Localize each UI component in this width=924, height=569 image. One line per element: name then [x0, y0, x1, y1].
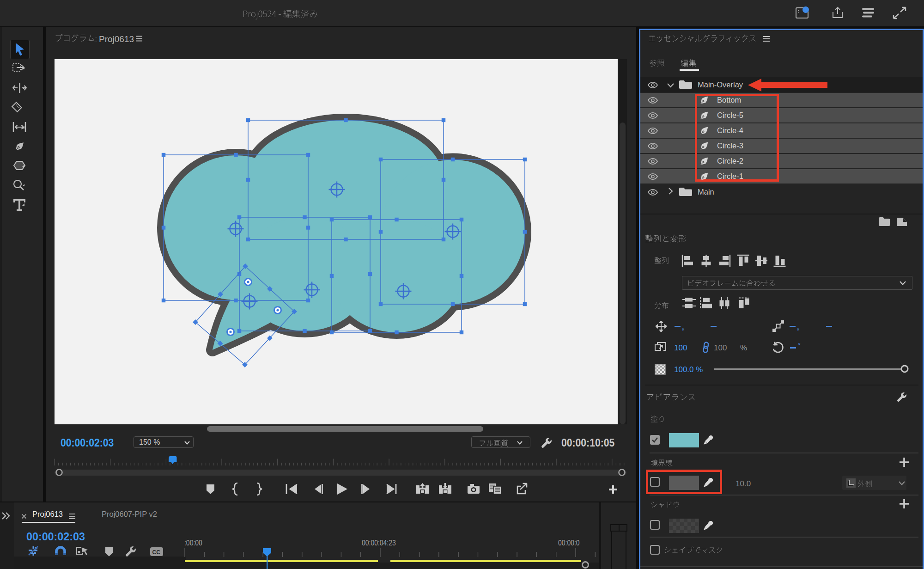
svg-text:CC: CC	[152, 549, 161, 556]
